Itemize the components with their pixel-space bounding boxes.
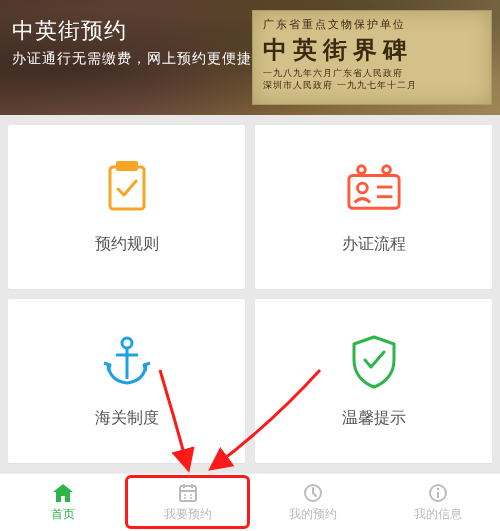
tab-my-info[interactable]: 我的信息	[375, 474, 500, 531]
tab-label: 我的预约	[289, 506, 337, 523]
svg-point-18	[190, 497, 192, 499]
svg-point-8	[122, 338, 132, 348]
page-subtitle: 办证通行无需缴费，网上预约更便捷	[12, 50, 488, 68]
tab-label: 首页	[51, 506, 75, 523]
svg-point-16	[190, 494, 192, 496]
svg-point-17	[184, 497, 186, 499]
svg-rect-0	[110, 167, 144, 209]
stone-line2: 深圳市人民政府 一九九七年十二月	[263, 80, 481, 92]
svg-point-15	[184, 494, 186, 496]
svg-point-3	[357, 183, 367, 193]
card-tips[interactable]: 温馨提示	[255, 299, 492, 463]
stone-line1: 一九八九年六月广东省人民政府	[263, 68, 481, 80]
tab-book[interactable]: 我要预约	[125, 474, 250, 531]
card-label: 海关制度	[95, 408, 159, 429]
svg-rect-1	[116, 161, 138, 171]
svg-rect-11	[180, 486, 196, 501]
svg-point-4	[357, 165, 365, 173]
card-customs[interactable]: 海关制度	[8, 299, 245, 463]
svg-point-21	[436, 488, 439, 491]
info-icon	[427, 482, 449, 504]
calendar-icon	[177, 482, 199, 504]
tab-my-bookings[interactable]: 我的预约	[250, 474, 375, 531]
page-title: 中英街预约	[12, 16, 488, 46]
card-process[interactable]: 办证流程	[255, 125, 492, 289]
tab-home[interactable]: 首页	[0, 474, 125, 531]
tab-label: 我要预约	[164, 506, 212, 523]
notepad-icon	[99, 160, 155, 216]
svg-rect-2	[348, 175, 398, 208]
anchor-icon	[99, 334, 155, 390]
clock-icon	[302, 482, 324, 504]
svg-rect-22	[437, 492, 439, 498]
card-label: 温馨提示	[342, 408, 406, 429]
feature-grid: 预约规则 办证流程 海关制	[0, 115, 500, 473]
card-label: 预约规则	[95, 234, 159, 255]
tab-label: 我的信息	[414, 506, 462, 523]
home-icon	[52, 482, 74, 504]
id-card-icon	[346, 160, 402, 216]
card-rules[interactable]: 预约规则	[8, 125, 245, 289]
card-label: 办证流程	[342, 234, 406, 255]
hero-banner: 中英街预约 办证通行无需缴费，网上预约更便捷 广东省重点文物保护单位 中英街界碑…	[0, 0, 500, 115]
bottom-tab-bar: 首页 我要预约 我的预约	[0, 473, 500, 531]
svg-point-5	[382, 165, 390, 173]
shield-check-icon	[346, 334, 402, 390]
